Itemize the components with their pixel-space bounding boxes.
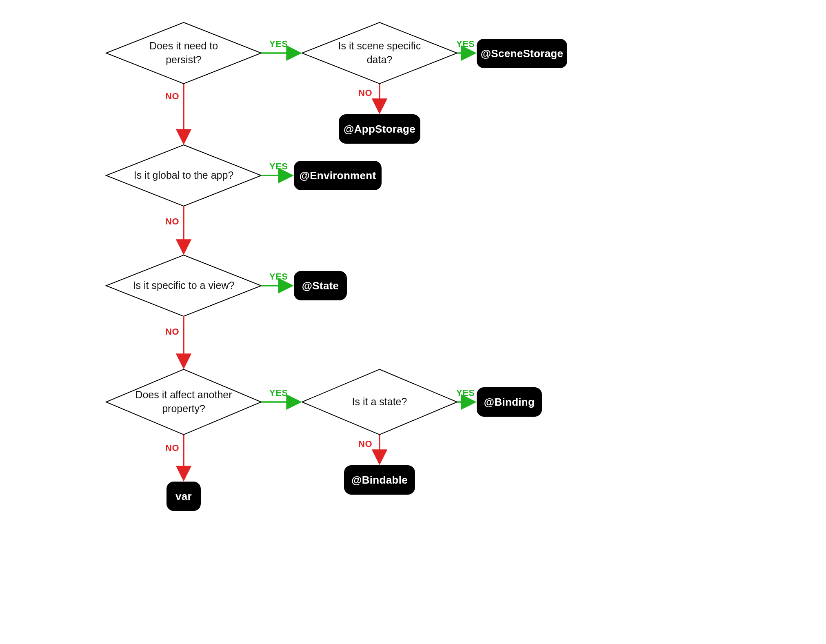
decision-view-specific: Is it specific to a view? bbox=[106, 255, 261, 316]
result-var: var bbox=[167, 482, 201, 511]
decision-affect-other: Does it affect another property? bbox=[106, 369, 261, 435]
edge-state-yes: YES bbox=[456, 388, 475, 398]
decision-persist: Does it need to persist? bbox=[106, 22, 261, 84]
edge-view-yes: YES bbox=[269, 271, 288, 282]
edge-view-no: NO bbox=[165, 326, 179, 337]
decision-persist-label: Does it need to persist? bbox=[127, 39, 240, 67]
result-app-storage: @AppStorage bbox=[339, 114, 420, 144]
edge-scene-no: NO bbox=[358, 88, 372, 98]
edge-global-yes: YES bbox=[269, 161, 288, 172]
decision-global-label: Is it global to the app? bbox=[131, 169, 237, 182]
result-environment: @Environment bbox=[294, 161, 382, 190]
result-state-label: @State bbox=[302, 280, 339, 292]
result-binding: @Binding bbox=[477, 387, 542, 417]
result-bindable-label: @Bindable bbox=[351, 474, 408, 486]
decision-view-specific-label: Is it specific to a view? bbox=[130, 279, 238, 293]
edge-persist-no: NO bbox=[165, 91, 179, 102]
decision-is-state: Is it a state? bbox=[302, 369, 457, 435]
result-state: @State bbox=[294, 271, 347, 300]
decision-scene-specific-label: Is it scene specific data? bbox=[323, 39, 436, 67]
result-app-storage-label: @AppStorage bbox=[344, 123, 415, 135]
edge-scene-yes: YES bbox=[456, 39, 475, 49]
edge-persist-yes: YES bbox=[269, 39, 288, 49]
flowchart-canvas: Does it need to persist? Is it scene spe… bbox=[0, 0, 826, 644]
decision-scene-specific: Is it scene specific data? bbox=[302, 22, 457, 84]
result-bindable: @Bindable bbox=[344, 465, 415, 495]
result-var-label: var bbox=[175, 490, 192, 503]
flowchart-svg bbox=[0, 0, 826, 644]
decision-global: Is it global to the app? bbox=[106, 145, 261, 206]
decision-affect-other-label: Does it affect another property? bbox=[127, 388, 240, 416]
edge-affect-yes: YES bbox=[269, 388, 288, 398]
edge-global-no: NO bbox=[165, 216, 179, 227]
edge-state-no: NO bbox=[358, 439, 372, 449]
result-environment-label: @Environment bbox=[300, 169, 376, 182]
result-binding-label: @Binding bbox=[484, 396, 535, 409]
edge-affect-no: NO bbox=[165, 443, 179, 453]
decision-is-state-label: Is it a state? bbox=[349, 395, 411, 409]
result-scene-storage: @SceneStorage bbox=[477, 39, 567, 68]
result-scene-storage-label: @SceneStorage bbox=[481, 47, 564, 60]
